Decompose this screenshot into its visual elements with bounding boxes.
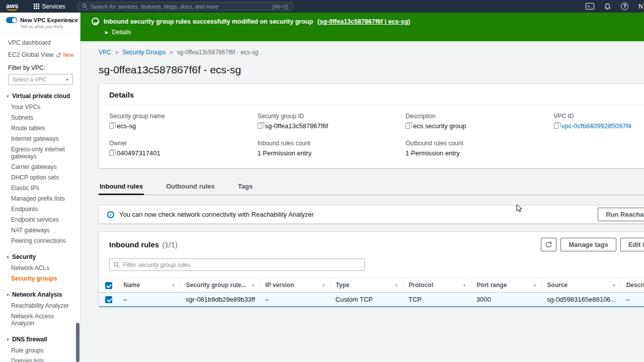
field-security-group-name: Security group name ecs-sg xyxy=(109,113,250,130)
sidebar-item-nat-gateways[interactable]: NAT gateways xyxy=(0,225,80,235)
cell-rule-id: sgr-081b9db29e89b33ff xyxy=(181,292,260,307)
sort-icon[interactable]: ▼ xyxy=(321,284,325,287)
copy-icon[interactable] xyxy=(406,123,410,129)
run-reachability-analyzer-button[interactable]: Run Reachability Analyzer xyxy=(598,208,644,221)
sidebar-item-ec2-global-view[interactable]: EC2 Global View New xyxy=(0,49,80,61)
sidebar-item-route-tables[interactable]: Route tables xyxy=(0,123,80,133)
sidebar-item-managed-prefix-lists[interactable]: Managed prefix lists xyxy=(0,193,80,204)
sidebar-item-dhcp-option-sets[interactable]: DHCP option sets xyxy=(0,172,80,183)
column-header-port-range[interactable]: Port range▼ xyxy=(471,279,542,293)
chevron-down-icon: ▼ xyxy=(6,338,10,341)
success-check-icon xyxy=(92,18,99,25)
breadcrumb-security-groups[interactable]: Security Groups xyxy=(122,49,166,56)
breadcrumb-separator: > xyxy=(170,49,173,55)
column-header-protocol[interactable]: Protocol▼ xyxy=(404,279,471,293)
tab-tags[interactable]: Tags xyxy=(237,177,254,195)
tab-inbound-rules[interactable]: Inbound rules xyxy=(99,177,144,195)
sidebar-section-dns-firewall[interactable]: ▼ DNS firewall xyxy=(0,333,80,345)
manage-tags-button[interactable]: Manage tags xyxy=(560,238,616,251)
rules-filter[interactable] xyxy=(109,258,365,271)
vpc-filter-label: Filter by VPC: xyxy=(0,61,80,73)
sidebar-section-virtual-private-cloud[interactable]: ▼ Virtual private cloud xyxy=(0,89,80,102)
row-checkbox[interactable] xyxy=(105,296,112,303)
column-header-source[interactable]: Source▼ xyxy=(542,279,621,293)
sidebar-item-vpc-dashboard[interactable]: VPC dashboard xyxy=(0,37,80,49)
region-selector[interactable]: N xyxy=(638,3,643,10)
sort-icon[interactable]: ▼ xyxy=(172,284,176,287)
refresh-icon xyxy=(545,241,552,248)
tab-outbound-rules[interactable]: Outbound rules xyxy=(165,177,216,195)
column-header-security-group-rule-id[interactable]: Security group rule...▼ xyxy=(181,279,260,293)
sidebar-section-network-analysis[interactable]: ▼ Network Analysis xyxy=(0,288,80,300)
sidebar-item-network-acls[interactable]: Network ACLs xyxy=(0,262,80,273)
edit-inbound-rules-button[interactable]: Edit inbound rules xyxy=(620,238,644,251)
inbound-rules-heading: Inbound rules xyxy=(109,240,159,249)
sort-icon[interactable]: ▼ xyxy=(533,284,536,287)
cell-protocol: TCP xyxy=(404,292,471,307)
flash-security-group-link[interactable]: (sg-0ffea13c587867f6f | ecs-sg) xyxy=(317,18,410,25)
sidebar-item-internet-gateways[interactable]: Internet gateways xyxy=(0,133,80,144)
tab-bar: Inbound rules Outbound rules Tags xyxy=(99,177,644,195)
cell-source: sg-0d5983165e88106... xyxy=(542,292,621,307)
new-experience-banner: New VPC Experience Tell us what you thin… xyxy=(0,13,80,34)
sidebar-item-domain-lists[interactable]: Domain lists xyxy=(0,355,80,362)
sidebar-item-endpoint-services[interactable]: Endpoint services xyxy=(0,214,80,225)
sidebar-section-security[interactable]: ▼ Security xyxy=(0,250,80,262)
breadcrumb-vpc[interactable]: VPC xyxy=(99,49,111,56)
vpc-id-link[interactable]: vpc-0cfb84099285097f4 xyxy=(561,122,632,130)
cloudshell-icon[interactable]: >_ xyxy=(586,3,594,10)
inbound-rules-table: Name▼ Security group rule...▼ IP version… xyxy=(99,278,644,307)
flash-details-toggle[interactable]: ▶ Details xyxy=(105,29,636,36)
sort-icon[interactable]: ▼ xyxy=(394,284,398,287)
services-label: Services xyxy=(42,3,65,10)
sidebar-item-peering-connections[interactable]: Peering connections xyxy=(0,235,80,246)
reachability-info-banner: i You can now check network connectivity… xyxy=(99,205,644,224)
services-menu[interactable]: Services xyxy=(31,0,68,13)
sidebar-item-carrier-gateways[interactable]: Carrier gateways xyxy=(0,161,80,172)
rules-filter-input[interactable] xyxy=(123,261,360,268)
notifications-bell-icon[interactable] xyxy=(604,3,611,10)
top-navigation: aws Services [Alt+S] >_ ? N xyxy=(0,0,644,13)
new-experience-toggle[interactable] xyxy=(6,17,17,23)
sidebar-item-rule-groups[interactable]: Rule groups xyxy=(0,345,80,355)
flash-message: Inbound security group rules successfull… xyxy=(104,18,313,25)
refresh-button[interactable] xyxy=(541,238,556,251)
copy-icon[interactable] xyxy=(109,123,114,129)
sidebar-item-your-vpcs[interactable]: Your VPCs xyxy=(0,102,80,112)
select-all-checkbox[interactable] xyxy=(105,282,112,289)
global-search[interactable]: [Alt+S] xyxy=(77,2,293,11)
copy-icon[interactable] xyxy=(258,123,262,129)
column-header-name[interactable]: Name▼ xyxy=(118,279,181,293)
help-icon[interactable]: ? xyxy=(621,3,628,10)
sidebar-item-security-groups[interactable]: Security groups xyxy=(0,273,80,284)
search-input[interactable] xyxy=(91,4,270,10)
field-vpc-id: VPC ID vpc-0cfb84099285097f4 xyxy=(554,113,644,130)
column-header-description[interactable]: Description▼ xyxy=(621,279,644,293)
aws-logo[interactable]: aws xyxy=(6,3,19,11)
sidebar-item-egress-only-internet-gateways[interactable]: Egress-only internet gateways xyxy=(0,144,80,161)
sidebar-item-elastic-ips[interactable]: Elastic IPs xyxy=(0,183,80,193)
sort-icon[interactable]: ▼ xyxy=(462,284,466,287)
grid-icon xyxy=(34,4,39,9)
table-row[interactable]: – sgr-081b9db29e89b33ff – Custom TCP TCP… xyxy=(99,292,644,307)
sidebar-item-subnets[interactable]: Subnets xyxy=(0,112,80,123)
vpc-filter-select[interactable]: Select a VPC ▼ xyxy=(8,74,73,85)
sort-icon[interactable]: ▼ xyxy=(251,284,255,287)
breadcrumb-separator: > xyxy=(115,49,118,55)
success-flashbar: Inbound security group rules successfull… xyxy=(80,13,644,41)
sort-icon[interactable]: ▼ xyxy=(612,284,616,287)
search-shortcut: [Alt+S] xyxy=(272,4,288,10)
close-icon[interactable]: × xyxy=(69,19,73,24)
sidebar-item-endpoints[interactable]: Endpoints xyxy=(0,204,80,214)
field-security-group-id: Security group ID sg-0ffea13c587867f6f xyxy=(258,113,398,130)
copy-icon[interactable] xyxy=(554,123,558,129)
sidebar-item-network-access-analyzer[interactable]: Network Access Analyzer xyxy=(0,311,80,328)
sidebar-scrollbar[interactable] xyxy=(76,323,79,362)
copy-icon[interactable] xyxy=(109,150,114,156)
info-icon: i xyxy=(107,211,114,218)
details-card: Details Security group name ecs-sg Secur… xyxy=(99,83,644,168)
sidebar-item-reachability-analyzer[interactable]: Reachability Analyzer xyxy=(0,300,80,311)
search-icon xyxy=(82,4,88,9)
column-header-ip-version[interactable]: IP version▼ xyxy=(260,279,331,293)
column-header-type[interactable]: Type▼ xyxy=(331,279,404,293)
